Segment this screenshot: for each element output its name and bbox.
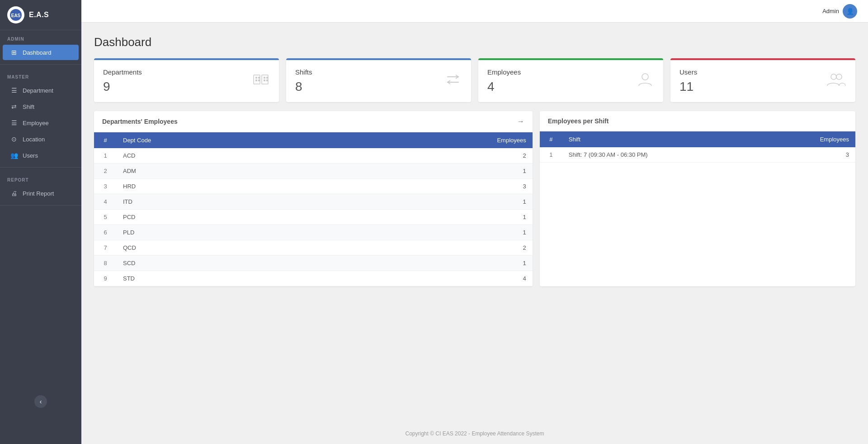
sidebar-item-location[interactable]: ⊙ Location — [3, 131, 79, 147]
svg-rect-9 — [258, 79, 260, 81]
dept-row-employees: 1 — [322, 210, 532, 225]
table-row: 9 STD 4 — [94, 271, 533, 286]
stat-card-users-label: Users — [679, 68, 697, 76]
sidebar: EAS E.A.S ADMIN ⊞ Dashboard MASTER ☰ Dep… — [0, 0, 81, 444]
dept-row-num: 3 — [94, 179, 117, 194]
sidebar-item-department[interactable]: ☰ Department — [3, 83, 79, 98]
dept-row-employees: 1 — [322, 256, 532, 271]
table-row: 6 PLD 1 — [94, 225, 533, 240]
main-content: Admin 👤 Dashboard Departments 9 — [81, 0, 868, 444]
topbar-user: Admin 👤 — [822, 4, 857, 19]
table-row: 7 QCD 2 — [94, 240, 533, 256]
sidebar-item-users[interactable]: 👥 Users — [3, 148, 79, 163]
svg-rect-7 — [266, 77, 268, 79]
dept-employees-table: # Dept Code Employees 1 ACD 2 2 ADM 1 3 … — [94, 132, 533, 286]
dept-row-code: QCD — [117, 240, 322, 256]
dept-row-num: 2 — [94, 164, 117, 179]
department-icon: ☰ — [10, 87, 18, 94]
stat-card-shifts-label: Shifts — [295, 68, 312, 76]
stat-card-users-info: Users 11 — [679, 68, 697, 94]
sidebar-collapse-button[interactable]: ‹ — [34, 395, 47, 408]
table-row: 4 ITD 1 — [94, 194, 533, 210]
users-icon: 👥 — [10, 152, 18, 159]
stat-card-users: Users 11 — [670, 58, 855, 102]
dept-table-title: Departments' Employees — [102, 118, 178, 125]
svg-rect-4 — [255, 77, 257, 79]
stat-card-employees-label: Employees — [487, 68, 521, 76]
logo-circle: EAS — [7, 6, 24, 23]
shift-col-num: # — [540, 131, 562, 147]
employees-stat-icon — [636, 70, 654, 92]
dept-row-employees: 4 — [322, 271, 532, 286]
table-row: 2 ADM 1 — [94, 164, 533, 179]
app-name: E.A.S — [29, 11, 49, 19]
svg-rect-8 — [255, 79, 257, 81]
departments-stat-icon — [252, 70, 270, 92]
dept-table-header-row: # Dept Code Employees — [94, 132, 533, 148]
table-row: 1 ACD 2 — [94, 148, 533, 164]
dept-employees-card: Departments' Employees → # Dept Code Emp… — [94, 111, 533, 286]
shift-employees-card: Employees per Shift # Shift Employees 1 … — [540, 111, 855, 286]
topbar-username: Admin — [822, 8, 839, 14]
svg-point-12 — [642, 74, 648, 80]
users-stat-icon — [826, 70, 846, 92]
svg-point-13 — [831, 74, 836, 79]
table-row: 5 PCD 1 — [94, 210, 533, 225]
shift-icon: ⇄ — [10, 103, 18, 110]
location-icon: ⊙ — [10, 136, 18, 143]
dept-row-num: 5 — [94, 210, 117, 225]
shift-row-employees: 3 — [764, 147, 855, 163]
stat-card-departments-info: Departments 9 — [103, 68, 142, 94]
sidebar-item-label-employee: Employee — [23, 120, 49, 126]
dept-row-num: 7 — [94, 240, 117, 256]
topbar-avatar: 👤 — [843, 4, 857, 19]
dept-row-code: STD — [117, 271, 322, 286]
sidebar-item-dashboard[interactable]: ⊞ Dashboard — [3, 45, 79, 60]
shift-row-shift: Shift: 7 (09:30 AM - 06:30 PM) — [562, 147, 764, 163]
dept-row-code: HRD — [117, 179, 322, 194]
dept-row-num: 8 — [94, 256, 117, 271]
shift-table-body: 1 Shift: 7 (09:30 AM - 06:30 PM) 3 — [540, 147, 855, 163]
dept-table-arrow[interactable]: → — [517, 117, 524, 126]
dept-table-header: Departments' Employees → — [94, 111, 533, 132]
dept-row-code: PLD — [117, 225, 322, 240]
sidebar-item-shift[interactable]: ⇄ Shift — [3, 99, 79, 114]
dept-row-num: 1 — [94, 148, 117, 164]
dept-table-body: 1 ACD 2 2 ADM 1 3 HRD 3 4 ITD 1 5 PCD 1 … — [94, 148, 533, 286]
dept-row-employees: 1 — [322, 164, 532, 179]
shift-col-employees: Employees — [764, 131, 855, 147]
dept-row-code: SCD — [117, 256, 322, 271]
table-row: 8 SCD 1 — [94, 256, 533, 271]
page-title: Dashboard — [94, 35, 855, 49]
svg-text:EAS: EAS — [11, 13, 21, 18]
sidebar-item-label-users: Users — [23, 152, 38, 159]
content-area: Dashboard Departments 9 — [81, 23, 868, 423]
stat-card-departments-label: Departments — [103, 68, 142, 76]
svg-rect-11 — [266, 79, 268, 81]
shifts-stat-icon — [444, 70, 462, 92]
dept-row-num: 6 — [94, 225, 117, 240]
section-admin-label: ADMIN — [0, 30, 81, 44]
stat-card-departments: Departments 9 — [94, 58, 279, 102]
stat-cards-row: Departments 9 — [94, 58, 855, 102]
employee-icon: ☰ — [10, 119, 18, 126]
svg-rect-6 — [264, 77, 265, 79]
dept-row-code: PCD — [117, 210, 322, 225]
print-icon: 🖨 — [10, 190, 18, 197]
dept-row-code: ADM — [117, 164, 322, 179]
stat-card-employees-value: 4 — [487, 79, 521, 94]
footer-text: Copyright © CI EAS 2022 - Employee Atten… — [406, 430, 544, 437]
stat-card-shifts-info: Shifts 8 — [295, 68, 312, 94]
stat-card-departments-value: 9 — [103, 79, 142, 94]
dept-row-employees: 3 — [322, 179, 532, 194]
shift-row-num: 1 — [540, 147, 562, 163]
tables-row: Departments' Employees → # Dept Code Emp… — [94, 111, 855, 286]
dept-row-employees: 1 — [322, 194, 532, 210]
section-master-label: MASTER — [0, 68, 81, 82]
sidebar-item-employee[interactable]: ☰ Employee — [3, 115, 79, 131]
sidebar-item-print-report[interactable]: 🖨 Print Report — [3, 186, 79, 201]
topbar: Admin 👤 — [81, 0, 868, 23]
dashboard-icon: ⊞ — [10, 49, 18, 56]
table-row: 3 HRD 3 — [94, 179, 533, 194]
collapse-icon: ‹ — [40, 398, 42, 405]
